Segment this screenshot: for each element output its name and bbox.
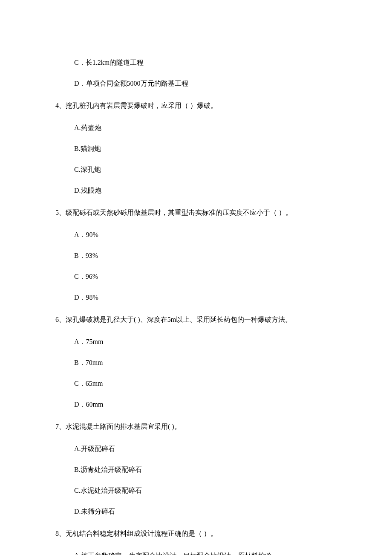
question-7-stem: 7、水泥混凝土路面的排水基层宜采用( )。 (55, 422, 337, 432)
question-7-option-a: A.开级配碎石 (55, 444, 337, 454)
question-4-option-d: D.浅眼炮 (55, 185, 337, 196)
question-7-option-b: B.沥青处治开级配碎石 (55, 465, 337, 475)
question-5-option-b: B．93% (55, 251, 337, 261)
question-6-option-a: A．75mm (55, 337, 337, 347)
question-8-stem: 8、无机结合料稳定材料组成设计流程正确的是（ ）。 (55, 529, 337, 539)
question-7-option-c: C.水泥处治开级配碎石 (55, 486, 337, 496)
question-6-option-d: D．60mm (55, 399, 337, 410)
question-4-option-a: A.药壶炮 (55, 123, 337, 133)
document-page: C．长1.2km的隧道工程 D．单项合同金额5000万元的路基工程 4、挖孔桩孔… (0, 0, 392, 555)
option-d: D．单项合同金额5000万元的路基工程 (55, 78, 337, 89)
question-6-option-b: B．70mm (55, 358, 337, 368)
question-4-option-b: B.猫洞炮 (55, 144, 337, 154)
question-4-option-c: C.深孔炮 (55, 165, 337, 175)
question-5-option-c: C．96% (55, 272, 337, 282)
question-7-option-d: D.未筛分碎石 (55, 506, 337, 517)
question-5-option-a: A．90% (55, 230, 337, 240)
question-4-stem: 4、挖孔桩孔内有岩层需要爆破时，应采用（ ）爆破。 (55, 101, 337, 111)
option-c: C．长1.2km的隧道工程 (55, 58, 337, 68)
question-6-option-c: C．65mm (55, 379, 337, 389)
question-6-stem: 6、深孔爆破就是孔径大于( )、深度在5m以上、采用延长药包的一种爆破方法。 (55, 315, 337, 325)
question-5-option-d: D．98% (55, 292, 337, 303)
question-8-option-a: A.施工参数确定→生产配合比设计→目标配合比设计→原材料检验 (55, 551, 337, 555)
question-5-stem: 5、级配砾石或天然砂砾用做基层时，其重型击实标准的压实度不应小于（ ）。 (55, 208, 337, 218)
